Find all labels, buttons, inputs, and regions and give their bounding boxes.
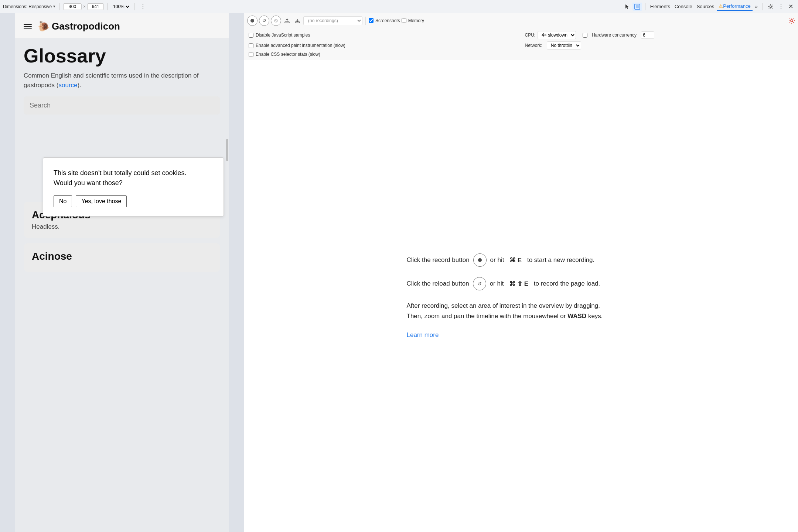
record-button-icon — [473, 253, 487, 267]
disable-js-label: Disable JavaScript samples — [256, 33, 518, 38]
hw-concurrency-label: Hardware concurrency — [592, 33, 637, 38]
svg-rect-1 — [636, 5, 639, 8]
learn-more-link[interactable]: Learn more — [407, 331, 439, 338]
download-recording-button[interactable] — [293, 16, 302, 25]
recording-instructions: Click the record button or hit ⌘ E to st… — [407, 253, 636, 338]
screenshots-checkbox-group: Screenshots — [369, 18, 400, 23]
upload-recording-button[interactable] — [283, 16, 291, 25]
cookie-yes-button[interactable]: Yes, love those — [76, 195, 127, 207]
page-content: Glossary Common English and scientific t… — [15, 38, 229, 128]
devtools-settings-icon[interactable] — [766, 3, 775, 11]
responsive-dropdown-icon[interactable]: ▾ — [53, 4, 55, 9]
viewport-height-input[interactable]: 641 — [87, 3, 104, 10]
source-link[interactable]: source — [59, 82, 78, 89]
memory-checkbox-group: Memory — [402, 18, 424, 23]
cookie-dialog: This site doesn't but totally could set … — [43, 157, 224, 216]
network-select[interactable]: No throttlin Fast 3G Slow 3G — [547, 41, 581, 50]
page-title: Glossary — [24, 45, 220, 66]
site-header: 🐌 Gastropodicon — [15, 13, 229, 38]
cookie-no-button[interactable]: No — [54, 195, 72, 207]
stop-button[interactable] — [271, 16, 281, 26]
recordings-select[interactable]: (no recordings) — [303, 16, 362, 25]
cpu-label: CPU: — [525, 33, 536, 38]
devtools-options: Disable JavaScript samples CPU: 4× slowd… — [244, 28, 798, 60]
svg-rect-6 — [295, 22, 300, 23]
devtools-more-button[interactable]: ⋮ — [776, 2, 786, 11]
settings-red-button[interactable] — [788, 17, 795, 24]
svg-point-7 — [791, 20, 793, 22]
cpu-select[interactable]: 4× slowdown No throttling 2× slowdown 6×… — [538, 31, 576, 39]
wasd-bold: WASD — [567, 313, 586, 320]
hw-concurrency-row: Hardware concurrency 6 — [583, 31, 654, 39]
svg-point-2 — [770, 6, 772, 7]
search-input[interactable] — [24, 96, 220, 115]
element-inspect-icon[interactable] — [632, 3, 642, 11]
record-instruction-mid: or hit — [490, 256, 504, 264]
advanced-paint-label: Enable advanced paint instrumentation (s… — [256, 43, 518, 48]
learn-more-row: Learn more — [407, 331, 636, 339]
glossary-card: Acinose — [24, 243, 220, 272]
hw-concurrency-checkbox[interactable] — [583, 33, 587, 38]
dimensions-label: Dimensions: Responsive — [3, 4, 52, 9]
tab-elements[interactable]: Elements — [648, 3, 672, 10]
cookie-message: This site doesn't but totally could set … — [54, 168, 213, 188]
devtools-recording-toolbar: ↺ (no recordings) Screenshots — [244, 13, 798, 28]
css-selector-row: Enable CSS selector stats (slow) — [249, 52, 518, 57]
css-selector-label: Enable CSS selector stats (slow) — [256, 52, 518, 57]
browser-viewport: 🐌 Gastropodicon Glossary Common English … — [0, 13, 244, 532]
viewport-width-input[interactable]: 400 — [63, 3, 82, 10]
browser-toolbar: Dimensions: Responsive ▾ 400 × 641 100% … — [0, 0, 798, 13]
network-label: Network: — [525, 43, 542, 48]
record-instruction-row: Click the record button or hit ⌘ E to st… — [407, 253, 636, 267]
viewport-content: 🐌 Gastropodicon Glossary Common English … — [15, 13, 229, 532]
screenshots-checkbox[interactable] — [369, 18, 374, 23]
reload-shortcut: ⌘ ⇧ E — [507, 280, 530, 288]
memory-label: Memory — [408, 18, 424, 23]
disable-js-checkbox[interactable] — [249, 33, 253, 38]
tab-performance[interactable]: ⚠ Performance — [717, 2, 752, 11]
svg-rect-5 — [285, 22, 289, 23]
svg-line-4 — [275, 20, 277, 21]
record-instruction-before: Click the record button — [407, 256, 470, 264]
site-logo: 🐌 Gastropodicon — [38, 21, 120, 32]
disable-js-samples-row: Disable JavaScript samples — [249, 31, 518, 39]
advanced-paint-checkbox[interactable] — [249, 43, 253, 48]
devtools-instructions-panel: Click the record button or hit ⌘ E to st… — [244, 60, 798, 532]
tab-console[interactable]: Console — [673, 3, 694, 10]
cpu-row: CPU: 4× slowdown No throttling 2× slowdo… — [525, 31, 794, 39]
network-row: Network: No throttlin Fast 3G Slow 3G — [525, 41, 794, 50]
more-tabs-button[interactable]: » — [753, 3, 760, 10]
page-description: Common English and scientific terms used… — [24, 71, 220, 90]
after-recording-text: After recording, select an area of inter… — [407, 301, 636, 321]
record-button[interactable] — [247, 16, 258, 26]
record-instruction-after: to start a new recording. — [527, 256, 594, 264]
reload-instruction-after: to record the page load. — [534, 280, 600, 287]
warning-icon: ⚠ — [719, 3, 723, 9]
devtools-close-button[interactable]: ✕ — [787, 2, 795, 11]
hamburger-menu-icon[interactable] — [24, 24, 32, 29]
tab-sources[interactable]: Sources — [695, 3, 716, 10]
devtools-panel: ↺ (no recordings) Screenshots — [244, 13, 798, 532]
scrollbar[interactable] — [226, 139, 228, 161]
card-description: Headless. — [32, 223, 212, 231]
reload-button-icon: ↺ — [473, 277, 486, 290]
hw-concurrency-input[interactable]: 6 — [641, 31, 654, 39]
advanced-paint-row: Enable advanced paint instrumentation (s… — [249, 41, 518, 50]
zoom-select[interactable]: 100% 75% 125% — [112, 4, 130, 10]
screenshots-label: Screenshots — [375, 18, 400, 23]
reload-instruction-row: Click the reload button ↺ or hit ⌘ ⇧ E t… — [407, 277, 636, 290]
record-shortcut: ⌘ E — [508, 256, 524, 264]
memory-checkbox[interactable] — [402, 18, 406, 23]
cursor-tool-icon[interactable] — [622, 3, 632, 11]
snail-emoji-icon: 🐌 — [38, 21, 50, 32]
reload-instruction-mid: or hit — [490, 280, 504, 287]
css-selector-checkbox[interactable] — [249, 52, 253, 57]
card-title: Acinose — [32, 250, 212, 262]
reload-instruction-before: Click the reload button — [407, 280, 469, 287]
main-layout: 🐌 Gastropodicon Glossary Common English … — [0, 13, 798, 532]
reload-button[interactable]: ↺ — [259, 16, 269, 26]
dimension-x-label: × — [83, 4, 86, 9]
more-options-button[interactable]: ⋮ — [138, 2, 148, 11]
cookie-buttons: No Yes, love those — [54, 195, 213, 207]
